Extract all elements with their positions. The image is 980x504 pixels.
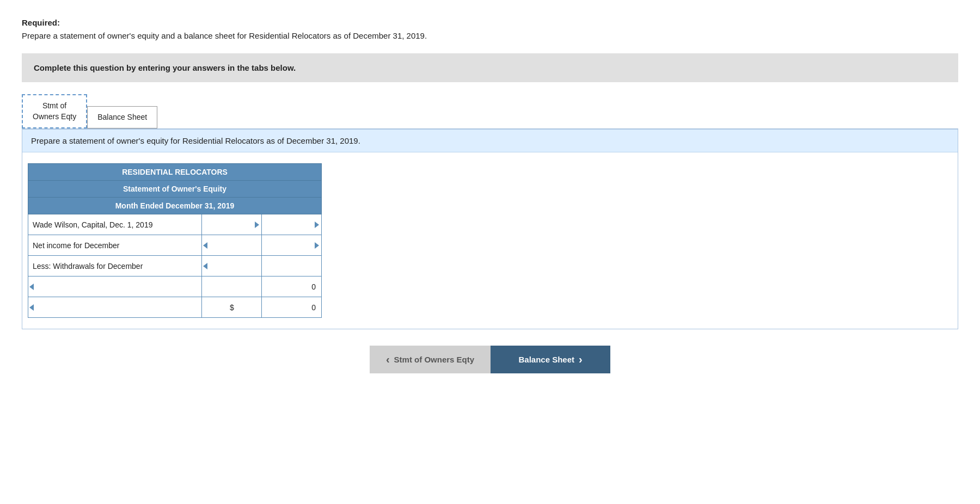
row4-label[interactable]: [28, 276, 202, 297]
triangle-left-icon-4: [29, 304, 34, 311]
table-row: $ 0: [28, 297, 322, 318]
prev-button[interactable]: Stmt of Owners Eqty: [370, 346, 491, 373]
required-description: Prepare a statement of owner's equity an…: [22, 31, 427, 40]
next-button[interactable]: Balance Sheet: [491, 346, 610, 373]
row2-label: Net income for December: [28, 235, 202, 256]
nav-buttons: Stmt of Owners Eqty Balance Sheet: [22, 346, 958, 373]
row3-input[interactable]: [202, 256, 262, 276]
table-header-period: Month Ended December 31, 2019: [28, 198, 322, 214]
triangle-icon-3: [315, 242, 319, 249]
table-container: RESIDENTIAL RELOCATORS Statement of Owne…: [22, 152, 958, 329]
row5-value: 0: [262, 297, 322, 318]
triangle-icon-2: [315, 222, 319, 228]
triangle-icon-1: [255, 222, 259, 228]
row3-value[interactable]: [262, 256, 322, 276]
instruction-box: Complete this question by entering your …: [22, 53, 958, 82]
table-header-company: RESIDENTIAL RELOCATORS: [28, 164, 322, 181]
triangle-left-icon-1: [203, 242, 207, 249]
required-text: Required: Prepare a statement of owner's…: [22, 16, 958, 42]
tab-balance-sheet[interactable]: Balance Sheet: [87, 106, 157, 129]
statement-title: Statement of Owner's Equity: [28, 181, 322, 198]
next-button-label: Balance Sheet: [518, 355, 574, 364]
instruction-text: Complete this question by entering your …: [34, 63, 296, 72]
required-section: Required: Prepare a statement of owner's…: [22, 16, 958, 42]
row5-input: $: [202, 297, 262, 318]
chevron-left-icon: [386, 353, 390, 366]
company-name: RESIDENTIAL RELOCATORS: [28, 164, 322, 181]
row1-value[interactable]: [262, 214, 322, 235]
prev-button-label: Stmt of Owners Eqty: [394, 355, 475, 364]
chevron-right-icon: [579, 353, 583, 366]
dollar-sign-label: $: [230, 303, 234, 312]
triangle-left-icon-3: [29, 284, 34, 290]
row2-value[interactable]: [262, 235, 322, 256]
table-row: 0: [28, 276, 322, 297]
statement-table: RESIDENTIAL RELOCATORS Statement of Owne…: [28, 163, 322, 318]
row4-input[interactable]: [202, 276, 262, 297]
table-header-statement: Statement of Owner's Equity: [28, 181, 322, 198]
row5-label[interactable]: [28, 297, 202, 318]
row1-label: Wade Wilson, Capital, Dec. 1, 2019: [28, 214, 202, 235]
row4-value: 0: [262, 276, 322, 297]
row3-label: Less: Withdrawals for December: [28, 256, 202, 276]
tab-description: Prepare a statement of owner's equity fo…: [22, 130, 958, 152]
table-row: Wade Wilson, Capital, Dec. 1, 2019: [28, 214, 322, 235]
row2-input[interactable]: [202, 235, 262, 256]
triangle-left-icon-2: [203, 263, 207, 269]
required-label: Required:: [22, 16, 958, 29]
tab-content-area: Prepare a statement of owner's equity fo…: [22, 128, 958, 329]
table-row: Less: Withdrawals for December: [28, 256, 322, 276]
table-row: Net income for December: [28, 235, 322, 256]
row1-input[interactable]: [202, 214, 262, 235]
tab-stmt-owners-eqty[interactable]: Stmt ofOwners Eqty: [22, 94, 87, 128]
statement-period: Month Ended December 31, 2019: [28, 198, 322, 214]
tabs-row: Stmt ofOwners Eqty Balance Sheet: [22, 94, 958, 128]
